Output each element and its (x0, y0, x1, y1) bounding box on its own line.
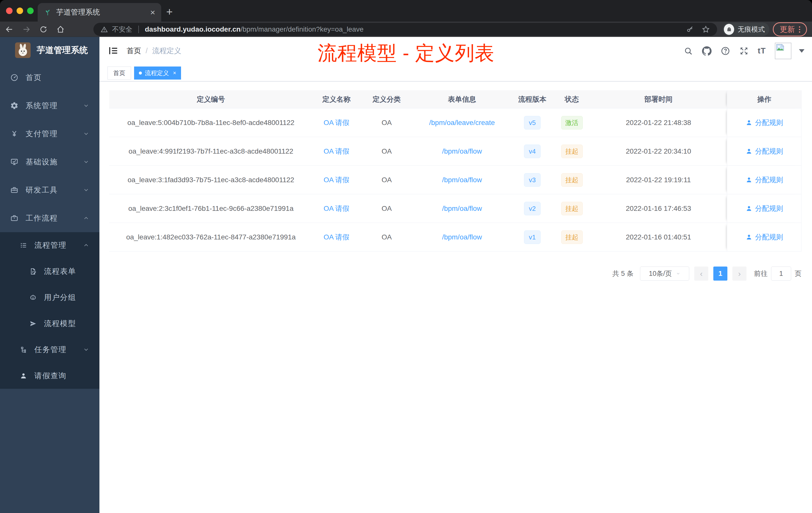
sidebar: 芋道管理系统 首页 系统管理 支付管理 (0, 37, 99, 513)
assign-rule-button[interactable]: 分配规则 (746, 204, 783, 213)
window-zoom-button[interactable] (27, 7, 34, 14)
paper-plane-icon (29, 320, 37, 328)
chevron-down-icon (83, 346, 89, 353)
column-header: 定义名称 (313, 90, 360, 108)
tab-favicon-plant-icon (44, 8, 52, 16)
chevron-up-icon (83, 215, 89, 221)
form-link[interactable]: /bpm/oa/flow (442, 233, 482, 241)
table-header-row: 定义编号 定义名称 定义分类 表单信息 流程版本 状态 部署时间 操作 (109, 90, 801, 109)
tag-close-icon[interactable]: × (173, 70, 176, 76)
reload-icon[interactable] (38, 24, 49, 35)
version-badge[interactable]: v5 (524, 116, 540, 129)
page-size-select[interactable]: 10条/页 (640, 267, 689, 280)
screen: 芋道管理系统 × + 不安全 dashboard.yudao.iocoder.c… (0, 0, 812, 513)
definition-name-link[interactable]: OA 请假 (324, 147, 349, 156)
update-label: 更新 (780, 24, 795, 35)
breadcrumb-home[interactable]: 首页 (126, 46, 141, 56)
home-icon[interactable] (55, 24, 66, 35)
sidebar-item-workflow[interactable]: 工作流程 (0, 204, 99, 232)
sidebar-item-process-management[interactable]: 流程管理 (0, 232, 99, 258)
annotation-title: 流程模型 - 定义列表 (318, 40, 494, 66)
avatar-dropdown-icon[interactable] (799, 49, 805, 53)
sidebar-item-task-management[interactable]: 任务管理 (0, 337, 99, 363)
version-badge[interactable]: v3 (524, 173, 540, 187)
list-icon (20, 241, 27, 249)
browser-menu-icon[interactable] (799, 26, 800, 33)
incognito-icon (724, 24, 734, 35)
chevron-down-icon (83, 187, 89, 193)
form-link[interactable]: /bpm/oa/leave/create (429, 119, 495, 127)
browser-tab-bar: 芋道管理系统 × + (0, 0, 812, 22)
sidebar-item-home[interactable]: 首页 (0, 63, 99, 92)
cell-category: OA (360, 223, 413, 251)
current-page-button[interactable]: 1 (713, 267, 727, 280)
status-badge: 激活 (561, 116, 583, 129)
definition-name-link[interactable]: OA 请假 (324, 175, 349, 185)
font-size-icon[interactable]: tT (758, 46, 766, 56)
window-minimize-button[interactable] (17, 7, 23, 14)
active-tag-label: 流程定义 (145, 69, 169, 77)
chevron-down-icon (83, 130, 89, 137)
browser-tab[interactable]: 芋道管理系统 × (38, 3, 161, 22)
definition-name-link[interactable]: OA 请假 (324, 233, 349, 242)
version-badge[interactable]: v2 (524, 202, 540, 215)
person-icon (746, 234, 753, 241)
search-icon[interactable] (684, 46, 693, 56)
sidebar-item-devtools[interactable]: 研发工具 (0, 176, 99, 204)
assign-rule-button[interactable]: 分配规则 (746, 118, 783, 127)
goto-label: 前往 (754, 269, 767, 278)
toolbox-icon (10, 186, 19, 194)
version-badge[interactable]: v1 (524, 231, 540, 244)
fullscreen-icon[interactable] (739, 46, 749, 56)
forward-icon[interactable] (21, 24, 32, 35)
prev-page-button[interactable]: ‹ (694, 267, 708, 280)
sidebar-item-infrastructure[interactable]: 基础设施 (0, 148, 99, 176)
sidebar-item-payment[interactable]: 支付管理 (0, 120, 99, 148)
help-icon[interactable] (721, 46, 730, 56)
goto-page-input[interactable]: 1 (771, 267, 791, 280)
security-label: 不安全 (112, 25, 132, 34)
browser-toolbar: 不安全 dashboard.yudao.iocoder.cn/bpm/manag… (0, 22, 812, 37)
bookmark-star-icon[interactable] (701, 25, 710, 34)
sidebar-item-process-model[interactable]: 流程模型 (0, 310, 99, 337)
security-warning-icon (100, 26, 108, 33)
cell-definition-id: oa_leave:3:1fad3d93-7b75-11ec-a3c8-acde4… (109, 165, 313, 194)
sidebar-item-system[interactable]: 系统管理 (0, 92, 99, 120)
version-badge[interactable]: v4 (524, 145, 540, 158)
chevron-down-icon (83, 159, 89, 165)
back-icon[interactable] (4, 24, 14, 35)
browser-update-button[interactable]: 更新 (773, 22, 807, 36)
monitor-icon (10, 158, 19, 166)
tab-close-icon[interactable]: × (150, 8, 155, 17)
cell-definition-id: oa_leave:2:3c1f0ef1-76b1-11ec-9c66-a2380… (109, 194, 313, 222)
briefcase-icon (10, 214, 19, 222)
column-header: 表单信息 (413, 90, 511, 108)
form-link[interactable]: /bpm/oa/flow (442, 205, 482, 213)
assign-rule-button[interactable]: 分配规则 (746, 147, 783, 156)
form-link[interactable]: /bpm/oa/flow (442, 176, 482, 184)
header-actions: tT (684, 37, 805, 65)
assign-rule-button[interactable]: 分配规则 (746, 233, 783, 242)
sidebar-item-user-group[interactable]: 用户分组 (0, 284, 99, 310)
next-page-button[interactable]: › (732, 267, 747, 280)
window-close-button[interactable] (6, 7, 12, 14)
cell-definition-id: oa_leave:5:004b710b-7b8a-11ec-8ef0-acde4… (109, 109, 313, 137)
column-header: 流程版本 (511, 90, 554, 108)
new-tab-button[interactable]: + (166, 5, 173, 18)
sidebar-item-process-form[interactable]: 流程表单 (0, 258, 99, 284)
sidebar-collapse-icon[interactable] (108, 46, 118, 56)
column-header: 定义编号 (109, 90, 313, 108)
tag-home[interactable]: 首页 (108, 66, 131, 80)
definition-name-link[interactable]: OA 请假 (324, 118, 349, 127)
assign-rule-button[interactable]: 分配规则 (746, 175, 783, 185)
password-key-icon[interactable] (686, 25, 694, 33)
avatar[interactable] (775, 43, 791, 59)
tag-process-definition[interactable]: 流程定义 × (134, 66, 181, 80)
github-icon[interactable] (702, 46, 712, 56)
url-bar[interactable]: 不安全 dashboard.yudao.iocoder.cn/bpm/manag… (93, 23, 717, 36)
sidebar-item-leave-query[interactable]: 请假查询 (0, 363, 99, 389)
chevron-up-icon (83, 242, 89, 248)
person-icon (746, 205, 753, 212)
form-link[interactable]: /bpm/oa/flow (442, 147, 482, 155)
definition-name-link[interactable]: OA 请假 (324, 204, 349, 213)
